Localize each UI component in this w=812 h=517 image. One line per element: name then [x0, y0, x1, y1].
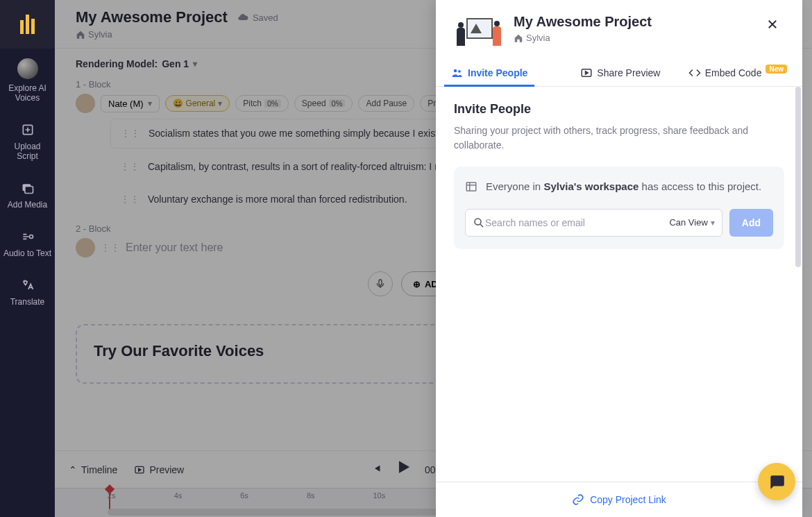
- skip-back-button[interactable]: [369, 462, 382, 477]
- code-icon: [688, 67, 701, 79]
- media-icon: [20, 180, 35, 196]
- plus-circle-icon: ⊕: [413, 279, 421, 289]
- sidebar-item-explore[interactable]: Explore AI Voices: [0, 49, 55, 112]
- invite-search-wrap: Can View ▾: [465, 209, 722, 237]
- sidebar-item-media[interactable]: Add Media: [0, 171, 55, 219]
- home-icon: [514, 33, 523, 43]
- logo-bars-icon: [20, 15, 35, 34]
- timeline-tab[interactable]: ⌃ Timeline: [69, 464, 117, 475]
- play-button[interactable]: [394, 458, 412, 481]
- sidebar-item-label: Explore AI Voices: [3, 83, 52, 103]
- share-tabs: Invite People Share Preview Embed Code N…: [436, 56, 802, 87]
- chat-icon: [768, 473, 786, 491]
- preview-icon: [134, 464, 145, 475]
- breadcrumb[interactable]: Sylvia: [76, 29, 278, 40]
- add-pause-button[interactable]: Add Pause: [358, 95, 414, 112]
- workspace-icon: [465, 180, 477, 198]
- invite-section-desc: Sharing your project with others, track …: [454, 124, 784, 153]
- sidebar-item-label: Add Media: [8, 200, 47, 210]
- saved-status: Saved: [237, 12, 278, 23]
- panel-scrollbar[interactable]: [795, 87, 801, 482]
- invite-section-title: Invite People: [454, 102, 784, 117]
- drag-handle-icon[interactable]: ⋮⋮: [121, 126, 140, 141]
- upload-icon: [20, 122, 35, 137]
- permission-select[interactable]: Can View ▾: [669, 217, 714, 228]
- tab-preview[interactable]: Share Preview: [568, 60, 673, 86]
- sidebar-item-label: Translate: [10, 297, 45, 307]
- new-badge: New: [766, 65, 787, 74]
- close-icon: [766, 18, 779, 31]
- svg-point-6: [454, 69, 457, 73]
- emoji-icon: 😀: [173, 99, 183, 108]
- cloud-icon: [237, 12, 248, 23]
- chevron-down-icon: ▾: [218, 99, 222, 108]
- app-logo[interactable]: [0, 0, 55, 49]
- people-icon: [451, 67, 464, 79]
- svg-rect-9: [466, 183, 476, 191]
- sidebar-item-audio-text[interactable]: Audio to Text: [0, 219, 55, 268]
- svg-point-10: [475, 219, 481, 225]
- user-avatar-icon: [17, 58, 38, 79]
- sidebar-item-label: Audio to Text: [3, 248, 51, 258]
- share-panel: My Awesome Project Sylvia Invite People …: [436, 0, 802, 517]
- drag-handle-icon[interactable]: ⋮⋮: [120, 160, 139, 174]
- help-chat-button[interactable]: [758, 463, 795, 500]
- rendering-model-select[interactable]: Rendering Model: Gen 1 ▾: [76, 58, 197, 69]
- emotion-select[interactable]: 😀 General ▾: [165, 95, 230, 112]
- play-icon: [394, 458, 412, 476]
- workspace-access-message: Everyone in Sylvia's workspace has acces…: [465, 179, 773, 198]
- svg-rect-2: [24, 187, 33, 194]
- close-button[interactable]: [761, 14, 784, 37]
- drag-handle-icon[interactable]: ⋮⋮: [101, 242, 120, 253]
- tab-embed[interactable]: Embed Code New: [676, 60, 800, 86]
- app-sidebar: Explore AI Voices Upload Script Add Medi…: [0, 0, 55, 517]
- skip-back-icon: [369, 462, 382, 475]
- link-icon: [572, 493, 584, 506]
- share-body: Invite People Sharing your project with …: [436, 87, 802, 482]
- voice-avatar-icon: [76, 238, 95, 257]
- add-invite-button[interactable]: Add: [729, 209, 773, 237]
- share-breadcrumb[interactable]: Sylvia: [514, 33, 652, 43]
- tab-invite[interactable]: Invite People: [439, 60, 540, 86]
- sidebar-item-label: Upload Script: [3, 142, 52, 161]
- share-header: My Awesome Project Sylvia: [436, 0, 802, 56]
- sidebar-item-upload[interactable]: Upload Script: [0, 112, 55, 171]
- sidebar-item-translate[interactable]: Translate: [0, 268, 55, 316]
- voice-avatar-icon: [76, 94, 95, 113]
- preview-tab[interactable]: Preview: [134, 464, 184, 475]
- share-project-title: My Awesome Project: [514, 14, 652, 30]
- invite-search-input[interactable]: [485, 217, 669, 228]
- drag-handle-icon[interactable]: ⋮⋮: [120, 192, 139, 207]
- translate-icon: [20, 278, 35, 293]
- mic-icon: [375, 278, 386, 289]
- preview-icon: [580, 67, 593, 79]
- speed-control[interactable]: Speed 0%: [294, 95, 353, 112]
- search-icon: [473, 217, 485, 229]
- pitch-control[interactable]: Pitch 0%: [235, 95, 289, 112]
- svg-rect-4: [379, 280, 382, 285]
- svg-point-3: [29, 235, 33, 239]
- audio-to-text-icon: [20, 229, 35, 244]
- chevron-down-icon: ▾: [148, 99, 152, 108]
- share-illustration-icon: [454, 14, 502, 49]
- home-icon: [76, 30, 85, 40]
- mic-button[interactable]: [368, 271, 393, 296]
- svg-point-7: [458, 70, 461, 73]
- chevron-up-icon: ⌃: [69, 464, 77, 475]
- workspace-access-card: Everyone in Sylvia's workspace has acces…: [454, 167, 784, 249]
- share-footer: Copy Project Link: [436, 482, 802, 517]
- chevron-down-icon: ▾: [711, 218, 715, 228]
- block-2-placeholder[interactable]: Enter your text here: [126, 241, 223, 254]
- voice-select[interactable]: Nate (M) ▾: [101, 95, 160, 112]
- copy-project-link[interactable]: Copy Project Link: [572, 493, 666, 506]
- project-title[interactable]: My Awesome Project: [76, 8, 228, 26]
- chevron-down-icon: ▾: [193, 59, 197, 69]
